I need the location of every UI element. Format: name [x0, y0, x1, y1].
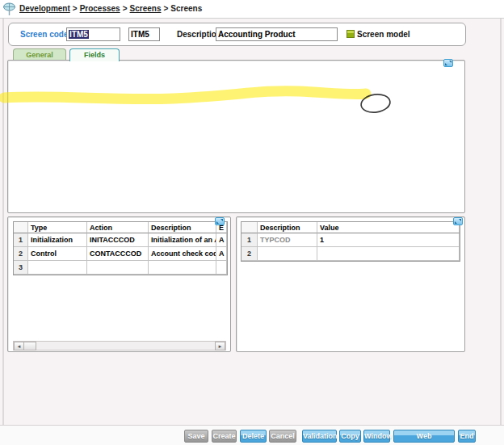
screen-code-selected-text: ITM5 — [69, 30, 89, 39]
breadcrumb-separator: > — [70, 4, 80, 13]
tab-fields[interactable]: Fields — [69, 48, 120, 61]
actions-header-action: Action — [87, 222, 149, 233]
params-header-description: Description — [258, 222, 317, 233]
create-button[interactable]: Create — [212, 430, 237, 443]
breadcrumb-item[interactable]: Screens — [130, 4, 162, 13]
actions-cell-action[interactable]: CONTACCCOD — [87, 247, 149, 261]
params-cell-value[interactable]: 1 — [317, 233, 460, 247]
tab-general[interactable]: General — [13, 48, 66, 61]
top-bar: Development>Processes>Screens>Screens — [0, 0, 504, 19]
actions-cell-num[interactable]: 3 — [14, 261, 28, 275]
screen-code-ref-box: ITM5 — [128, 27, 160, 41]
actions-header-type: Type — [28, 222, 87, 233]
actions-cell-num[interactable]: 1 — [14, 233, 28, 247]
screen-code-ref-text: ITM5 — [131, 30, 149, 39]
actions-cell-description[interactable] — [149, 261, 216, 275]
breadcrumb-item[interactable]: Development — [19, 4, 70, 13]
actions-panel-expand-icon[interactable] — [215, 217, 225, 225]
screens-function-icon — [2, 2, 16, 16]
actions-row: 3 — [14, 261, 227, 275]
actions-cell-description[interactable]: Account check code — [149, 247, 216, 261]
breadcrumb: Development>Processes>Screens>Screens — [19, 4, 202, 13]
description-label: Description — [177, 30, 221, 39]
actions-row: 1InitializationINITACCCODInitialization … — [14, 233, 227, 247]
description-text: Accounting Product — [218, 30, 296, 39]
params-cell-num[interactable]: 2 — [242, 247, 258, 261]
scroll-right-arrow-icon[interactable]: ► — [215, 342, 225, 351]
breadcrumb-separator: > — [120, 4, 130, 13]
actions-cell-type[interactable] — [28, 261, 87, 275]
scrollbar-thumb[interactable] — [23, 342, 36, 351]
actions-table-hscrollbar[interactable]: ◄ ► — [13, 341, 226, 351]
breadcrumb-item[interactable]: Processes — [80, 4, 120, 13]
params-row: 1TYPCOD1 — [242, 233, 460, 247]
actions-cell-extra[interactable] — [216, 261, 227, 275]
end-button[interactable]: End — [458, 430, 476, 443]
screen-code-label: Screen code — [20, 30, 68, 39]
breadcrumb-separator: > — [161, 4, 170, 13]
screen-code-input[interactable]: ITM5 — [66, 27, 120, 41]
actions-cell-action[interactable]: INITACCCOD — [87, 233, 149, 247]
params-cell-description[interactable]: TYPCOD — [258, 233, 317, 247]
parameters-table: DescriptionValue1TYPCOD12 — [241, 221, 460, 262]
screen-model-label: Screen model — [357, 30, 410, 39]
params-cell-num[interactable]: 1 — [242, 233, 258, 247]
actions-cell-num[interactable]: 2 — [14, 247, 28, 261]
actions-cell-extra[interactable]: A — [216, 233, 227, 247]
actions-cell-type[interactable]: Control — [28, 247, 87, 261]
save-button[interactable]: Save — [184, 430, 208, 443]
actions-header-description: Description — [149, 222, 216, 233]
actions-cell-type[interactable]: Initialization — [28, 233, 87, 247]
actions-header-num — [14, 222, 28, 233]
delete-button[interactable]: Delete — [240, 430, 267, 443]
description-input[interactable]: Accounting Product — [216, 27, 338, 41]
params-cell-description[interactable] — [258, 247, 317, 261]
params-row: 2 — [242, 247, 460, 261]
actions-row: 2ControlCONTACCCODAccount check codeA — [14, 247, 227, 261]
screen-model-indicator-icon — [346, 30, 355, 38]
actions-cell-action[interactable] — [87, 261, 149, 275]
parameters-panel-expand-icon[interactable] — [453, 217, 463, 225]
params-header-value: Value — [317, 222, 460, 233]
params-header-num — [242, 222, 258, 233]
record-header-panel: Screen code ITM5 ITM5 Description Accoun… — [8, 23, 466, 46]
web-visualization-button[interactable]: Web visualization — [393, 430, 455, 443]
window-button[interactable]: Window — [363, 430, 390, 443]
actions-cell-extra[interactable]: A — [216, 247, 227, 261]
copy-button[interactable]: Copy — [339, 430, 361, 443]
bottom-toolbar: SaveCreateDeleteCancelValidationCopyWind… — [0, 425, 504, 445]
fields-grid-expand-icon[interactable] — [443, 59, 453, 67]
params-cell-value[interactable] — [317, 247, 460, 261]
breadcrumb-item: Screens — [170, 4, 202, 13]
actions-cell-description[interactable]: Initialization of an Ac — [149, 233, 216, 247]
actions-table: TypeActionDescriptionE1InitializationINI… — [13, 221, 228, 275]
validation-button[interactable]: Validation — [302, 430, 337, 443]
fields-grid-panel — [7, 60, 465, 213]
window-left-edge — [2, 19, 4, 445]
cancel-button[interactable]: Cancel — [269, 430, 296, 443]
window-right-edge — [500, 19, 502, 445]
